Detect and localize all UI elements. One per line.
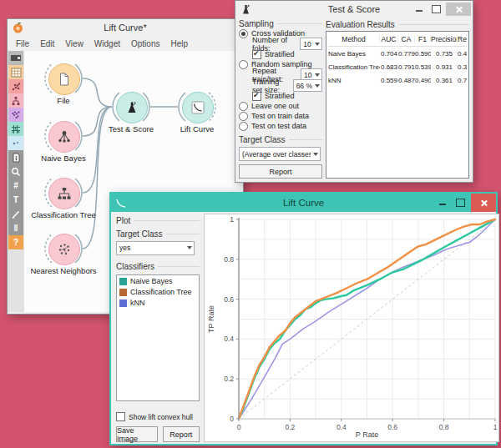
widget-lift-curve[interactable] bbox=[182, 92, 214, 123]
close-icon[interactable] bbox=[471, 194, 496, 212]
orange-logo-icon bbox=[13, 23, 23, 33]
table-row: kNN0.5590.4870.4900.3610.762 bbox=[328, 73, 467, 87]
table-row: Classification Tree0.6830.7910.5390.9310… bbox=[328, 60, 467, 73]
toolbox-data-table[interactable] bbox=[8, 65, 23, 79]
flask-icon bbox=[241, 4, 250, 15]
checkbox-icon[interactable] bbox=[252, 50, 261, 59]
chevron-down-icon bbox=[312, 43, 321, 46]
widget-label: Classification Tree bbox=[24, 210, 109, 219]
canvas-window-title: Lift Curve* bbox=[8, 23, 243, 33]
checkbox-stratified-1[interactable]: Stratified bbox=[239, 49, 322, 59]
svg-text:1: 1 bbox=[230, 215, 234, 224]
widget-label: File bbox=[24, 96, 109, 105]
svg-text:0: 0 bbox=[230, 415, 234, 423]
radio-icon[interactable] bbox=[239, 60, 248, 69]
toolbox-sieve-widget[interactable] bbox=[8, 122, 23, 136]
color-swatch bbox=[119, 289, 127, 296]
sampling-group-title: Sampling bbox=[239, 19, 274, 28]
svg-text:0.2: 0.2 bbox=[285, 423, 295, 431]
widget-label: Lift Curve bbox=[151, 124, 243, 133]
folds-row: Number of folds: 10 bbox=[239, 38, 322, 49]
svg-text:TP Rate: TP Rate bbox=[207, 305, 215, 333]
menu-options[interactable]: Options bbox=[131, 39, 159, 48]
menu-help[interactable]: Help bbox=[170, 39, 188, 48]
toolbox-scatter-widget[interactable] bbox=[8, 79, 23, 93]
menu-view[interactable]: View bbox=[65, 39, 84, 48]
widget-file[interactable] bbox=[48, 63, 80, 95]
widget-naive-bayes[interactable] bbox=[48, 121, 80, 153]
report-button[interactable]: Report bbox=[239, 164, 322, 179]
radio-icon[interactable] bbox=[239, 102, 248, 111]
svg-text:0.6: 0.6 bbox=[224, 295, 234, 304]
minimize-icon[interactable] bbox=[436, 197, 449, 209]
checkbox-icon[interactable] bbox=[252, 92, 261, 101]
menu-edit[interactable]: Edit bbox=[40, 39, 54, 48]
widget-classification-tree[interactable] bbox=[48, 178, 80, 209]
toolbox-zoom-tool[interactable] bbox=[8, 164, 23, 179]
train-size-select[interactable]: 66 % bbox=[293, 79, 322, 92]
svg-text:0.4: 0.4 bbox=[224, 335, 234, 343]
test-score-window: Test & Score Sampling Cross validation N… bbox=[235, 0, 473, 183]
color-swatch bbox=[119, 278, 127, 285]
svg-text:1: 1 bbox=[493, 423, 498, 431]
radio-icon[interactable] bbox=[239, 122, 248, 131]
toolbox-pause-tool[interactable]: ‖ bbox=[8, 221, 23, 235]
svg-text:0: 0 bbox=[237, 423, 241, 431]
chevron-down-icon bbox=[312, 73, 321, 77]
svg-text:0.8: 0.8 bbox=[224, 255, 234, 264]
lift-chart[interactable]: 00.20.40.60.8100.20.40.60.81P RateTP Rat… bbox=[204, 214, 499, 442]
folds-select[interactable]: 10 bbox=[300, 38, 322, 50]
toolbox-dots-widget[interactable] bbox=[8, 136, 23, 150]
lift-chart-plot: 00.20.40.60.8100.20.40.60.81P RateTP Rat… bbox=[205, 214, 498, 440]
desktop-background: Lift Curve* FileEditViewWidgetOptionsHel… bbox=[0, 0, 501, 448]
toolbox-info-tool[interactable] bbox=[8, 150, 23, 164]
classifier-item[interactable]: Classification Tree bbox=[118, 287, 198, 298]
report-button[interactable]: Report bbox=[163, 426, 200, 442]
classifiers-label: Classifiers bbox=[116, 262, 154, 271]
radio-test-on-train[interactable]: Test on train data bbox=[239, 111, 322, 121]
plot-group-title: Plot bbox=[116, 216, 130, 225]
evaluation-results-table: MethodAUCCAF1PrecisionRecallNaive Bayes0… bbox=[326, 31, 469, 179]
toolbox-help-tool[interactable]: ? bbox=[8, 235, 23, 249]
chevron-down-icon bbox=[312, 84, 321, 88]
table-row: Naive Bayes0.7040.7790.5900.7350.492 bbox=[328, 47, 467, 60]
radio-leave-one-out[interactable]: Leave one out bbox=[239, 101, 322, 111]
classifier-item[interactable]: Naive Bayes bbox=[118, 276, 198, 287]
lift-curve-titlebar[interactable]: Lift Curve bbox=[111, 194, 496, 212]
lift-curve-window: Lift Curve Plot Target Class yes Classif… bbox=[109, 192, 498, 445]
canvas-window-titlebar[interactable]: Lift Curve* bbox=[8, 19, 243, 36]
target-class-label: Target Class bbox=[116, 229, 163, 239]
toolbox-grid-tool[interactable]: # bbox=[8, 179, 23, 193]
menu-file[interactable]: File bbox=[16, 39, 29, 48]
classifier-item[interactable]: kNN bbox=[118, 298, 198, 309]
toolbox-toolbox-handle[interactable] bbox=[8, 51, 23, 65]
target-class-select[interactable]: (Average over classes) bbox=[239, 147, 321, 161]
color-swatch bbox=[119, 300, 127, 307]
checkbox-stratified-2[interactable]: Stratified bbox=[239, 91, 322, 101]
widget-test-score[interactable] bbox=[116, 92, 148, 123]
minimize-icon[interactable] bbox=[412, 3, 426, 15]
checkbox-convex-hull[interactable]: Show lift convex hull bbox=[116, 411, 200, 422]
toolbox-text-tool[interactable]: T bbox=[8, 193, 23, 207]
table-header: MethodAUCCAF1PrecisionRecall bbox=[328, 33, 467, 47]
toolbox-arrow-tool[interactable] bbox=[8, 207, 23, 221]
checkbox-icon[interactable] bbox=[116, 412, 125, 421]
widget-label: Nearest Neighbors bbox=[24, 266, 109, 275]
radio-icon[interactable] bbox=[239, 29, 248, 38]
test-score-titlebar[interactable]: Test & Score bbox=[235, 1, 473, 18]
menu-bar: FileEditViewWidgetOptionsHelp bbox=[8, 36, 243, 51]
chevron-down-icon bbox=[185, 246, 194, 249]
maximize-icon[interactable] bbox=[429, 3, 443, 15]
train-size-row: Training set size: 66 % bbox=[239, 80, 322, 91]
target-class-select[interactable]: yes bbox=[116, 241, 195, 255]
toolbox-tree-widget[interactable] bbox=[8, 93, 23, 108]
widget-nearest-neighbors[interactable] bbox=[48, 234, 80, 265]
menu-widget[interactable]: Widget bbox=[94, 39, 120, 48]
save-image-button[interactable]: Save Image bbox=[116, 426, 158, 442]
close-icon[interactable] bbox=[446, 3, 471, 16]
classifiers-list: Naive BayesClassification TreekNN bbox=[116, 274, 200, 402]
radio-test-on-test[interactable]: Test on test data bbox=[239, 121, 322, 131]
toolbox-cluster-widget[interactable] bbox=[8, 108, 23, 122]
maximize-icon[interactable] bbox=[453, 197, 467, 209]
radio-icon[interactable] bbox=[239, 112, 248, 121]
